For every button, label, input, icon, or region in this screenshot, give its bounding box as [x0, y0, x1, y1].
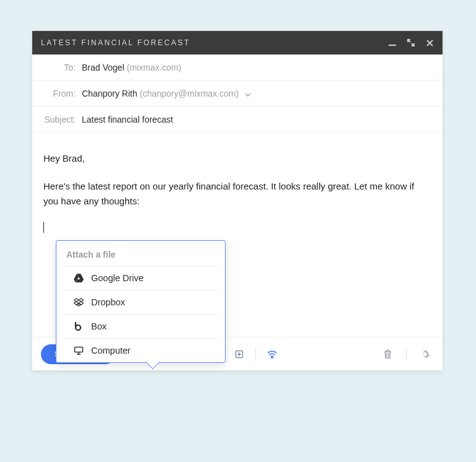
- titlebar-actions: [388, 38, 434, 47]
- svg-rect-6: [75, 347, 83, 352]
- wifi-icon[interactable]: [263, 346, 281, 363]
- from-email: (chanpory@mixmax.com): [140, 89, 239, 98]
- attach-option-label: Box: [91, 321, 107, 331]
- box-icon: [74, 321, 84, 331]
- subject-label: Subject:: [41, 115, 76, 124]
- to-recipient-domain: (mixmax.com): [127, 63, 182, 72]
- subject-value: Latest financial forecast: [82, 115, 173, 124]
- to-value: Brad Vogel (mixmax.com): [82, 63, 181, 72]
- attach-option-dropbox[interactable]: Dropbox: [64, 290, 218, 314]
- from-dropdown-caret[interactable]: [245, 89, 251, 98]
- attach-file-popover: Attach a file Google Drive Dropbox Box C…: [56, 240, 226, 363]
- body-greeting: Hey Brad,: [43, 151, 431, 165]
- attach-popover-title: Attach a file: [56, 241, 225, 266]
- attach-option-label: Computer: [91, 346, 131, 355]
- computer-icon: [74, 346, 84, 355]
- toolbar-divider-2: [406, 347, 407, 361]
- svg-rect-0: [389, 45, 396, 46]
- to-label: To:: [41, 63, 76, 72]
- body-paragraph: Here's the latest report on our yearly f…: [43, 179, 431, 208]
- svg-point-5: [424, 353, 426, 355]
- window-title: LATEST FINANCIAL FORECAST: [41, 38, 190, 47]
- trash-icon[interactable]: [379, 346, 396, 363]
- attach-option-computer[interactable]: Computer: [64, 338, 218, 362]
- to-field-row[interactable]: To: Brad Vogel (mixmax.com): [32, 54, 443, 81]
- insert-icon[interactable]: [231, 346, 248, 363]
- from-label: From:: [41, 89, 76, 98]
- minimize-icon[interactable]: [388, 38, 397, 47]
- svg-point-4: [271, 357, 273, 358]
- attach-option-box[interactable]: Box: [64, 314, 218, 338]
- attach-option-label: Google Drive: [91, 273, 144, 283]
- dropbox-icon: [74, 297, 84, 307]
- from-field-row[interactable]: From: Chanpory Rith (chanpory@mixmax.com…: [32, 81, 443, 107]
- attach-option-google-drive[interactable]: Google Drive: [64, 266, 218, 290]
- to-recipient-name: Brad Vogel: [82, 63, 125, 72]
- toolbar-divider: [255, 347, 256, 361]
- settings-gear-icon[interactable]: [416, 346, 434, 363]
- subject-field-row[interactable]: Subject: Latest financial forecast: [32, 107, 443, 133]
- from-name: Chanpory Rith: [82, 89, 138, 98]
- google-drive-icon: [74, 273, 84, 283]
- attach-option-label: Dropbox: [91, 297, 125, 307]
- from-value: Chanpory Rith (chanpory@mixmax.com): [82, 89, 251, 98]
- expand-icon[interactable]: [407, 38, 415, 47]
- titlebar: LATEST FINANCIAL FORECAST: [32, 31, 443, 54]
- cursor-line: [43, 220, 431, 235]
- close-icon[interactable]: [425, 38, 434, 47]
